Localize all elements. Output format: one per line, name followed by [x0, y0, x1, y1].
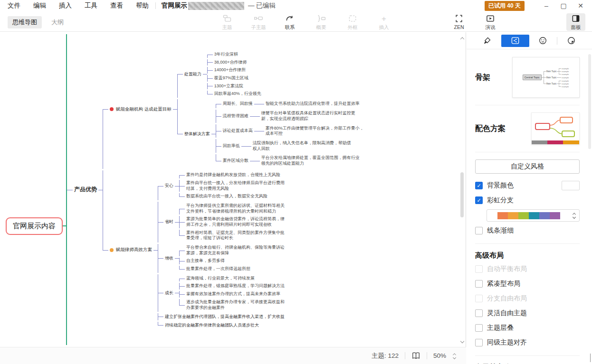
mindmap-node[interactable]: 平台分发给属地律师处置，覆盖全国范围，拥有行业领先的跨区域处置能力	[260, 155, 362, 167]
trial-badge[interactable]: 已试用 40 天	[485, 1, 525, 11]
mindmap-node[interactable]: example	[561, 70, 569, 73]
rainbow-branch-option[interactable]: 彩虹分支	[475, 195, 580, 206]
tab-format-brush[interactable]	[473, 35, 501, 47]
maximize-button[interactable]: ▢	[555, 2, 572, 9]
mindmap-node[interactable]: 14000+合作律所	[213, 67, 247, 74]
scroll-down-arrow[interactable]	[459, 338, 465, 344]
checkbox-unchecked[interactable]	[475, 309, 483, 317]
checkbox-unchecked[interactable]	[475, 280, 483, 288]
checkbox-unchecked[interactable]	[475, 339, 483, 346]
mindmap-node[interactable]: 律蟹平台对单笔债权具体处置状态进行实时监控更新，实现全流程透明跟踪	[260, 110, 362, 122]
mindmap-node[interactable]: Central Topic	[523, 75, 542, 80]
mindmap-canvas[interactable]: 官网展示内容 产品优势赋能金融机构 达成处置目标处置能力3年行业深耕38,000…	[0, 32, 466, 347]
advanced-layout-option[interactable]: 灵活自由主题	[475, 308, 580, 319]
mindmap-node[interactable]: 回款率超40%，行业领先	[213, 91, 263, 97]
menu-item[interactable]: 查看	[110, 1, 123, 10]
menu-item[interactable]: 文件	[8, 1, 20, 10]
close-button[interactable]: ✕	[572, 2, 589, 9]
mindmap-node[interactable]: 成长	[163, 289, 175, 297]
mindmap-node[interactable]: Main Topic	[546, 83, 557, 85]
mindmap-node[interactable]: 数据系统由平台统一接入，数据安全无风险	[185, 193, 269, 200]
mindmap-node[interactable]: 批量案件处理，锻炼庭审熟练度，学习问题解决方法	[185, 283, 286, 289]
mindmap-node[interactable]: 平台为律师提供立案所需的起诉状、证据材料等相关文件资料，节省律师梳理所耗的大量时…	[185, 203, 286, 215]
menu-item[interactable]: 帮助	[136, 1, 149, 10]
mindmap-node[interactable]: example	[561, 85, 569, 88]
mindmap-node[interactable]: 掌握有效加速案件办理的方式，提高未来办案效率	[185, 291, 282, 298]
mindmap-node[interactable]: 产品优势	[73, 185, 98, 194]
minimize-button[interactable]: –	[538, 2, 555, 9]
mindmap-node[interactable]: 自主接单，多劳多得	[185, 258, 226, 264]
mindmap-node[interactable]: 增收	[163, 255, 175, 262]
rainbow-palette-select[interactable]	[487, 209, 580, 222]
summary-button[interactable]: 概要	[312, 13, 331, 31]
checkbox-checked[interactable]	[475, 182, 483, 189]
mindmap-node[interactable]: 周期长、回款慢	[221, 101, 254, 107]
mindmap-node[interactable]: 案件80%工作由律蟹管理平台解决，外部工作量小，成本可控	[264, 125, 366, 137]
zen-mode-button[interactable]: ZEN	[449, 13, 468, 31]
tab-emoji[interactable]	[529, 35, 557, 47]
mindmap-node[interactable]: 回款率低	[221, 143, 241, 149]
mindmap-node[interactable]: 案件区域分散	[221, 158, 250, 164]
subtopic-button[interactable]: 子主题	[249, 13, 268, 31]
scrollbar-thumb[interactable]	[460, 172, 464, 217]
checkbox-unchecked[interactable]	[475, 227, 483, 234]
mindmap-node[interactable]: 蓝海领域，行业前景大，可持续发展	[185, 275, 256, 282]
relation-button[interactable]: 联系	[280, 13, 299, 31]
tab-sticker[interactable]	[557, 35, 585, 47]
mindmap-node[interactable]: example	[561, 67, 569, 70]
insert-button[interactable]: + 插入	[374, 13, 393, 31]
mindmap-node[interactable]: 整体解决方案	[183, 131, 211, 138]
background-color-option[interactable]: 背景颜色	[475, 180, 580, 191]
menu-item[interactable]: 工具	[85, 1, 97, 10]
mindmap-node[interactable]: 案件均是持牌金融机构发放贷款，合规性上无风险	[185, 172, 282, 178]
menu-item[interactable]: 插入	[59, 1, 72, 10]
panel-scrollbar-thumb[interactable]	[588, 54, 591, 149]
canvas-vertical-scrollbar[interactable]	[459, 32, 465, 347]
mindmap-node[interactable]: 处置能力	[183, 71, 203, 78]
mindmap-node[interactable]: 覆盖97%国土区域	[213, 75, 250, 82]
present-button[interactable]: 演说	[481, 13, 500, 31]
mindmap-node[interactable]: Main Topic	[546, 76, 557, 79]
mindmap-node[interactable]: 流程管理困难	[221, 113, 250, 120]
mindmap-node[interactable]: 赋能金融机构 达成处置目标	[108, 106, 173, 113]
mindmap-node[interactable]: 安心	[163, 182, 175, 189]
checkbox-unchecked[interactable]	[475, 324, 483, 332]
mindmap-node[interactable]: 案件由平台统一接入，分发给律师后由平台进行费用结算，支付费用无风险	[185, 180, 286, 192]
advanced-layout-option[interactable]: 主题层叠	[475, 322, 580, 334]
scroll-up-arrow[interactable]	[459, 35, 465, 41]
mindmap-node[interactable]: example	[561, 73, 569, 75]
advanced-layout-option[interactable]: 紧凑型布局	[475, 278, 580, 289]
mindmap-node[interactable]: 平台整合来自银行、持牌金融机构、保险等海量诉讼案源，案源充足有保障	[185, 244, 286, 256]
mindmap-node[interactable]: 建立扩张金融案件代理团队，提高金融案件收入渠道，扩大收益	[163, 313, 286, 320]
mindmap-node[interactable]: 持续稳定的金融案件使律所金融团队人员逐步壮大	[163, 322, 260, 329]
mindmap-node[interactable]: 省时	[163, 218, 175, 225]
mindmap-node[interactable]: 1300+立案法院	[213, 83, 245, 90]
mindmap-node[interactable]: 逐步成为批量金融案件办理专家，可承接更高收益和办案要求的金融案件	[185, 299, 286, 311]
mindmap-node[interactable]: 法院强制执行，纳入失信名单，限制高消费，帮助债权人回款	[251, 140, 353, 152]
topic-button[interactable]: 主题	[218, 13, 237, 31]
mindmap-node[interactable]: 赋能律师高效方案	[108, 246, 153, 253]
mindmap-node[interactable]: 3年行业深耕	[213, 51, 239, 58]
zoom-stepper[interactable]	[453, 353, 456, 359]
tab-structure[interactable]	[501, 35, 529, 47]
checkbox-checked[interactable]	[475, 196, 483, 204]
mindmap-node[interactable]: example	[561, 80, 569, 82]
panel-scroll-down-arrow[interactable]	[590, 354, 591, 362]
mindmap-node[interactable]: example	[561, 76, 569, 79]
colorscheme-preview[interactable]	[531, 112, 580, 145]
central-topic-node[interactable]: 官网展示内容	[6, 217, 63, 235]
mindmap-node[interactable]: 批量案件处理，一次所得远超所想	[185, 266, 252, 272]
mindmap-node[interactable]: Main Topic	[546, 70, 557, 73]
tab-outline[interactable]: 大纲	[47, 16, 68, 28]
palette-stepper-icon[interactable]	[573, 213, 575, 218]
advanced-layout-option[interactable]: 同级主题对齐	[475, 337, 580, 348]
mindmap-node[interactable]: example	[561, 83, 569, 85]
background-color-swatch[interactable]	[562, 181, 580, 190]
tab-mindmap[interactable]: 思维导图	[8, 16, 42, 28]
taper-line-option[interactable]: 线条渐细	[475, 225, 580, 236]
mindmap-node[interactable]: 38,000+合作律师	[213, 59, 248, 66]
mindmap-node[interactable]: 诉讼处置成本高	[221, 128, 254, 134]
mindmap-node[interactable]: 智能文书系统助力法院流程化管理，提升处置效率	[264, 101, 361, 107]
mindmap-node[interactable]: 案件相对简易、证据充足、同类型的案件方便集中批量受理，缩短了诉讼时长	[185, 230, 286, 242]
custom-style-button[interactable]: 自定义风格	[475, 159, 580, 174]
